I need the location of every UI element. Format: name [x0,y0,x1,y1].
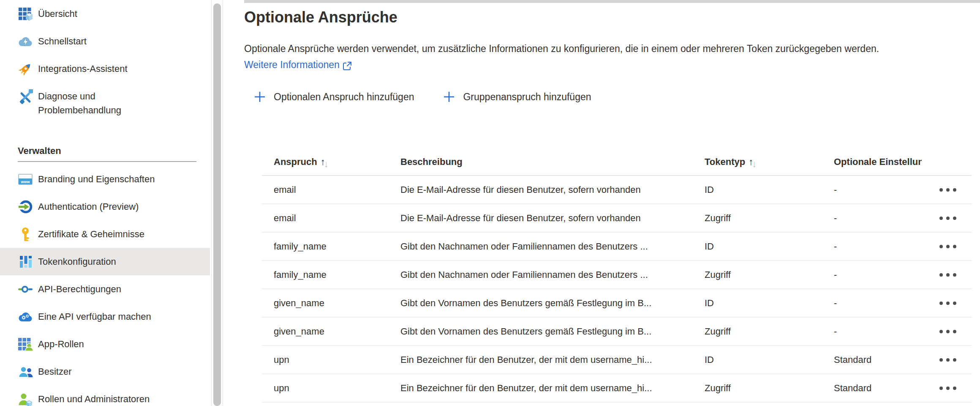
sidebar-item-authentication[interactable]: Authentication (Preview) [0,193,211,220]
token-config-icon [18,254,33,269]
row-menu-button[interactable] [922,374,972,402]
cell-beschreibung: Gibt den Nachnamen oder Familiennamen de… [389,269,693,280]
sidebar-item-label: Übersicht [38,7,77,21]
cell-tokentyp: ID [693,298,822,309]
cell-einstellungen: Standard [822,383,922,394]
sidebar-item-label: Authentication (Preview) [38,200,139,214]
cell-tokentyp: ID [693,241,822,252]
sidebar-item-app-rollen[interactable]: App-Rollen [0,330,211,358]
sidebar-item-branding[interactable]: www Branding und Eigenschaften [0,165,211,193]
table-header-row: Anspruch ↑↓ Beschreibung Tokentyp ↑↓ Opt… [262,149,972,176]
row-menu-button[interactable] [922,346,972,373]
content-top-divider [244,0,980,3]
roles-admins-icon [18,392,33,406]
sidebar-item-label: Rollen und Administratoren [38,392,150,406]
key-icon [18,227,33,242]
sidebar-item-integrations-assistent[interactable]: Integrations-Assistent [0,55,211,82]
sidebar-scrollbar[interactable] [211,0,223,406]
table-row[interactable]: upn Ein Bezeichner für den Benutzer, der… [262,374,972,403]
cell-anspruch: email [262,213,389,224]
table-row[interactable]: email Die E-Mail-Adresse für diesen Benu… [262,176,972,204]
cell-tokentyp: Zugriff [693,213,822,224]
sidebar-section-verwalten: Verwalten [0,142,211,160]
table-row[interactable]: given_name Gibt den Vornamen des Benutze… [262,318,972,346]
row-menu-button[interactable] [922,261,972,288]
claims-table: Anspruch ↑↓ Beschreibung Tokentyp ↑↓ Opt… [262,149,972,403]
sidebar-item-zertifikate[interactable]: Zertifikate & Geheimnisse [0,220,211,248]
sidebar-item-label: Integrations-Assistent [38,62,128,76]
sidebar-item-label: Branding und Eigenschaften [38,172,155,186]
sidebar-item-label: Tokenkonfiguration [38,255,116,269]
cell-anspruch: family_name [262,269,389,280]
table-row[interactable]: family_name Gibt den Nachnamen oder Fami… [262,261,972,289]
table-row[interactable]: family_name Gibt den Nachnamen oder Fami… [262,233,972,261]
row-menu-button[interactable] [922,176,972,203]
sidebar-item-label: Eine API verfügbar machen [38,310,151,324]
sidebar-item-label: Besitzer [38,365,71,379]
sidebar-item-diagnose[interactable]: Diagnose und Problembehandlung [0,82,211,131]
sidebar-item-label: Schnellstart [38,34,87,48]
row-menu-button[interactable] [922,233,972,260]
overview-icon [18,6,33,22]
table-row[interactable]: upn Ein Bezeichner für den Benutzer, der… [262,346,972,374]
add-optional-claim-label: Optionalen Anspruch hinzufügen [274,91,414,103]
cell-anspruch: upn [262,354,389,365]
column-header-anspruch[interactable]: Anspruch ↑↓ [262,156,389,167]
cell-anspruch: given_name [262,298,389,309]
section-divider [18,161,196,162]
learn-more-link[interactable]: Weitere Informationen [244,59,353,71]
plus-icon [253,91,266,103]
add-group-claim-label: Gruppenanspruch hinzufügen [463,91,591,103]
main-content: Optionale Ansprüche Optionale Ansprüche … [223,0,980,406]
owners-icon [18,364,33,379]
section-label: Verwalten [18,145,61,156]
table-row[interactable]: given_name Gibt den Vornamen des Benutze… [262,289,972,318]
add-group-claim-button[interactable]: Gruppenanspruch hinzufügen [438,88,595,106]
cell-beschreibung: Gibt den Nachnamen oder Familiennamen de… [389,241,693,252]
cell-einstellungen: - [822,241,922,252]
plus-icon [443,91,455,103]
sidebar-item-label: Diagnose und Problembehandlung [38,89,152,117]
cell-tokentyp: Zugriff [693,269,822,280]
column-header-beschreibung[interactable]: Beschreibung [389,156,693,167]
row-menu-button[interactable] [922,289,972,317]
cell-beschreibung: Gibt den Vornamen des Benutzers gemäß Fe… [389,326,693,337]
svg-text:www: www [20,180,30,184]
row-menu-button[interactable] [922,204,972,232]
expose-api-icon [18,309,33,324]
sidebar-item-tokenkonfiguration[interactable]: Tokenkonfiguration [0,248,210,275]
column-header-tokentyp[interactable]: Tokentyp ↑↓ [693,156,822,167]
sidebar-item-api-berechtigungen[interactable]: API-Berechtigungen [0,275,211,303]
column-header-optionale-einstellungen[interactable]: Optionale Einstellun... [822,156,922,167]
scrollbar-thumb[interactable] [213,3,221,406]
sidebar-item-besitzer[interactable]: Besitzer [0,358,211,385]
page-title: Optionale Ansprüche [244,8,397,26]
sidebar-item-label: Zertifikate & Geheimnisse [38,227,144,241]
sidebar-item-eine-api[interactable]: Eine API verfügbar machen [0,303,211,330]
cell-beschreibung: Ein Bezeichner für den Benutzer, der mit… [389,354,693,365]
quickstart-icon [18,34,33,49]
learn-more-label: Weitere Informationen [244,59,340,71]
app-roles-icon [18,337,33,352]
api-permissions-icon [18,282,33,297]
command-bar: Optionalen Anspruch hinzufügen Gruppenan… [249,88,596,106]
cell-einstellungen: - [822,298,922,309]
cell-einstellungen: - [822,269,922,280]
cell-beschreibung: Ein Bezeichner für den Benutzer, der mit… [389,383,693,394]
cell-tokentyp: ID [693,184,822,195]
row-menu-button[interactable] [922,318,972,345]
cell-einstellungen: - [822,213,922,224]
sidebar-item-uebersicht[interactable]: Übersicht [0,0,211,27]
rocket-icon [18,61,33,77]
cell-einstellungen: - [822,184,922,195]
table-row[interactable]: email Die E-Mail-Adresse für diesen Benu… [262,204,972,233]
cell-tokentyp: Zugriff [693,326,822,337]
sort-icon: ↑↓ [749,156,757,167]
cell-einstellungen: Standard [822,354,922,365]
sidebar: Übersicht Schnellstart [0,0,211,406]
add-optional-claim-button[interactable]: Optionalen Anspruch hinzufügen [249,88,418,106]
cell-anspruch: family_name [262,241,389,252]
sidebar-item-rollen-admins[interactable]: Rollen und Administratoren [0,385,211,406]
sidebar-item-schnellstart[interactable]: Schnellstart [0,27,211,55]
cell-tokentyp: ID [693,354,822,365]
